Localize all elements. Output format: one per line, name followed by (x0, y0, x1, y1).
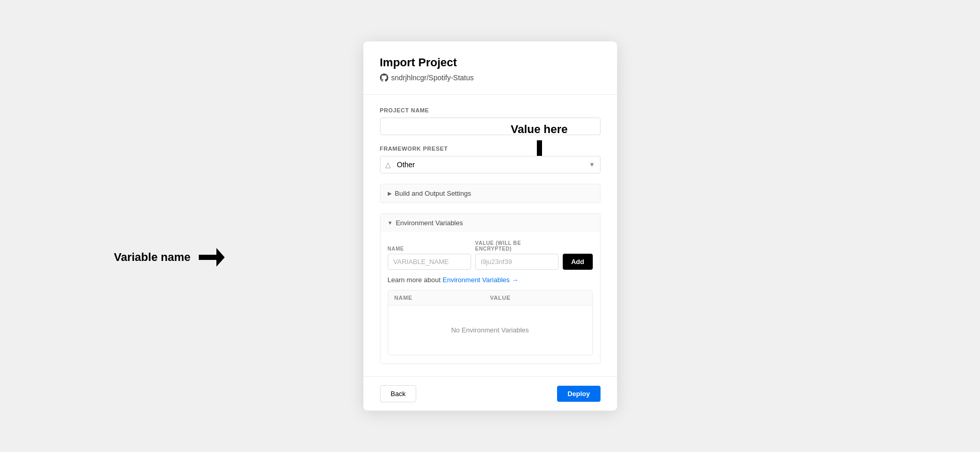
modal-title: Import Project (380, 56, 601, 69)
env-section-label: Environment Variables (396, 219, 463, 227)
modal-header: Import Project sndrjhlncgr/Spotify-Statu… (363, 41, 617, 95)
value-col-label: VALUE (WILL BE ENCRYPTED) (475, 240, 559, 252)
svg-rect-0 (199, 255, 217, 260)
no-env-message: No Environment Variables (388, 305, 592, 355)
value-col-group: VALUE (WILL BE ENCRYPTED) (475, 240, 559, 270)
build-settings-label: Build and Output Settings (395, 189, 471, 197)
env-variables-table: NAME VALUE No Environment Variables (388, 290, 593, 355)
table-value-col: VALUE (490, 295, 586, 301)
import-project-modal: Import Project sndrjhlncgr/Spotify-Statu… (363, 41, 617, 411)
learn-more-text: Learn more about (388, 276, 441, 284)
variable-name-annotation: Variable name (114, 248, 225, 267)
build-settings-arrow: ▶ (388, 191, 392, 196)
svg-marker-1 (216, 248, 225, 267)
repo-name: sndrjhlncgr/Spotify-Status (391, 74, 474, 82)
deploy-button[interactable]: Deploy (557, 386, 600, 402)
env-input-area: NAME VALUE (WILL BE ENCRYPTED) Add (388, 240, 593, 270)
variable-value-input[interactable] (475, 254, 559, 270)
framework-icon: △ (385, 161, 391, 169)
modal-body: PROJECT NAME FRAMEWORK PRESET △ Other Ne… (363, 95, 617, 376)
add-env-button[interactable]: Add (563, 254, 592, 270)
build-settings-header[interactable]: ▶ Build and Output Settings (381, 184, 600, 202)
env-section-body: NAME VALUE (WILL BE ENCRYPTED) Add Learn… (381, 232, 600, 363)
learn-more-line: Learn more about Environment Variables → (388, 276, 593, 284)
build-settings-section[interactable]: ▶ Build and Output Settings (380, 184, 601, 203)
env-arrow-icon: ▼ (388, 220, 393, 226)
env-variables-section: ▼ Environment Variables NAME VALUE (WILL… (380, 213, 601, 364)
project-name-label: PROJECT NAME (380, 107, 601, 113)
variable-name-input[interactable] (388, 254, 471, 270)
repo-line: sndrjhlncgr/Spotify-Status (380, 74, 601, 82)
framework-select-wrapper: △ Other Next.js Create React App Vue.js … (380, 156, 601, 173)
back-button[interactable]: Back (380, 385, 417, 402)
env-variables-link[interactable]: Environment Variables → (443, 276, 518, 284)
name-col-label: NAME (388, 246, 471, 252)
annotation-left-text: Variable name (114, 251, 191, 264)
modal-footer: Back Deploy (363, 376, 617, 411)
env-table-header: NAME VALUE (388, 290, 592, 305)
table-name-col: NAME (394, 295, 490, 301)
name-col-group: NAME (388, 246, 471, 270)
arrow-right-icon (199, 248, 225, 267)
github-icon (380, 74, 388, 82)
annotation-top-text: Value here (511, 123, 568, 136)
framework-select[interactable]: Other Next.js Create React App Vue.js Sv… (380, 156, 601, 173)
env-section-header[interactable]: ▼ Environment Variables (381, 214, 600, 232)
